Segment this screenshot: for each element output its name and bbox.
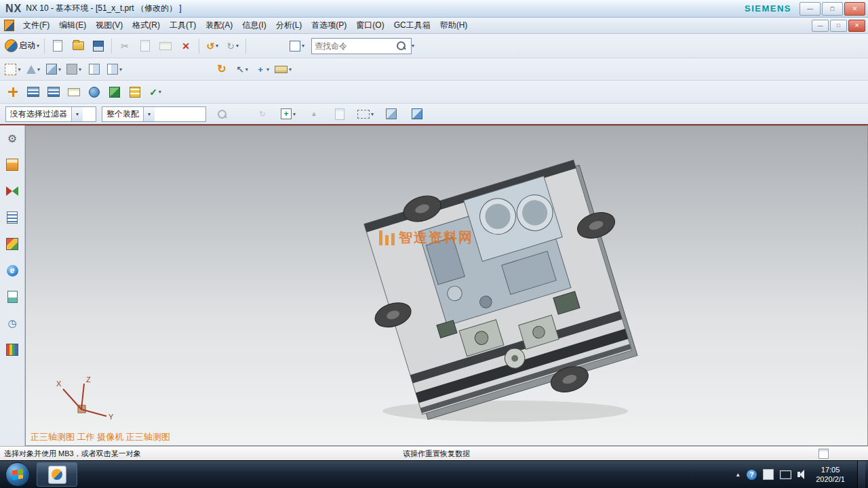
background-button[interactable]: ▾ [64,60,84,78]
tray-ime-icon[interactable] [763,469,774,480]
snap-point-button[interactable]: +▾ [252,60,273,78]
assembly-navigator-button[interactable] [5,157,20,172]
undo-button[interactable]: ↺ ▾ [202,37,222,55]
select-parent-button[interactable]: ▲ [304,105,324,123]
find-command-button[interactable] [391,37,411,55]
rectangle-select-button[interactable]: ▾ [355,105,376,123]
show-desktop-button[interactable] [857,461,865,488]
highlight-wireframe-button[interactable] [407,105,427,123]
menu-assemblies[interactable]: 装配(A) [201,18,237,33]
internet-explorer-button[interactable]: e [5,263,20,278]
redo-icon: ↻ [226,41,235,51]
constraint-navigator-button[interactable] [5,184,20,199]
selection-scope-combo[interactable]: 整个装配 ▾ [102,106,206,122]
command-finder [311,38,412,54]
snap-enable-button[interactable]: ↻ [252,105,273,123]
save-button[interactable] [88,37,108,55]
note-icon [68,88,80,96]
tray-volume-icon[interactable] [797,472,800,477]
orient-view-icon [5,64,16,75]
graphics-viewport[interactable]: 智造资料网 X Y Z 正三轴测图 工作 摄像机 正三轴测图 [25,125,868,446]
triad-x-label: X [56,380,62,388]
start-button[interactable] [5,462,30,487]
pattern-component-button[interactable] [125,83,145,101]
redo-button[interactable]: ↻ ▾ [222,37,243,55]
selection-filter-combo[interactable]: 没有选择过滤器 ▾ [5,106,96,122]
menu-help[interactable]: 帮助(H) [435,18,473,33]
move-component-button[interactable] [3,83,23,101]
layer-settings-button[interactable] [23,83,43,101]
highlight-solid-button[interactable] [381,105,401,123]
new-file-button[interactable] [47,37,68,55]
chevron-down-icon: ▾ [18,66,20,73]
mdi-restore-button[interactable]: □ [830,20,847,32]
layout-options-button[interactable]: ▾ [104,60,125,78]
split-window-button[interactable] [84,60,104,78]
triad-y-label: Y [108,413,114,421]
measure-button[interactable]: ▾ [273,60,294,78]
orient-view-button[interactable]: ▾ [3,60,23,78]
start-menu-button[interactable]: 启动 ▾ [3,37,41,55]
chevron-down-icon[interactable]: ▾ [412,43,414,49]
arrangements-icon [109,87,120,98]
engine-fixture-model[interactable] [349,144,661,432]
mdi-minimize-button[interactable]: — [812,20,829,32]
cut-button[interactable]: ✂ [115,37,135,55]
tray-network-icon[interactable] [780,470,791,479]
delete-button[interactable]: ✕ [176,37,196,55]
close-button[interactable]: ✕ [844,2,865,16]
open-button[interactable] [68,37,88,55]
paste-button[interactable] [155,37,176,55]
zoom-region-button[interactable] [212,105,232,123]
menu-preferences[interactable]: 首选项(P) [307,18,351,33]
menu-file[interactable]: 文件(F) [18,18,54,33]
watermark-logo-icon [379,230,395,245]
reuse-library-icon [6,238,18,250]
paste-icon [159,42,172,50]
mdi-close-button[interactable]: ✕ [848,20,865,32]
select-tool-button[interactable]: ↖▾ [232,60,252,78]
general-selection-button[interactable]: +▾ [278,105,298,123]
nx-journal-icon [4,20,14,31]
system-materials-button[interactable] [5,342,20,357]
minimize-icon: — [807,5,813,12]
reuse-library-button[interactable] [5,237,20,251]
show-hidden-icons-button[interactable]: ▲ [735,472,741,478]
status-prompt: 选择对象并使用 MB3，或者双击某一对象 [0,449,141,459]
find-command-input[interactable] [312,40,391,52]
maximize-button[interactable]: □ [822,2,843,16]
shaded-view-button[interactable]: ▾ [43,60,64,78]
view-style-button[interactable]: ▾ [23,60,43,78]
menu-window[interactable]: 窗口(O) [351,18,389,33]
menu-information[interactable]: 信息(I) [237,18,271,33]
history-button[interactable]: ◷ [5,316,20,331]
menu-analysis[interactable]: 分析(L) [271,18,307,33]
menu-format[interactable]: 格式(R) [127,18,165,33]
annotation-button[interactable] [64,83,84,101]
status-page-icon[interactable] [818,449,829,459]
menu-tools[interactable]: 工具(T) [165,18,201,33]
refresh-view-button[interactable]: ↻ [212,60,232,78]
minimize-button[interactable]: — [800,2,821,16]
select-group-button[interactable] [330,105,350,123]
taskbar-clock[interactable]: 17:05 2020/2/1 [810,465,851,485]
delete-icon: ✕ [182,41,190,51]
part-navigator-button[interactable] [5,210,20,225]
roles-button[interactable]: ⚙ [5,131,20,146]
view-toolbar: ▾ ▾ ▾ ▾ ▾ ↻ ↖▾ +▾ ▾ [0,58,868,81]
arrangements-button[interactable] [104,83,125,101]
window-layout-button[interactable]: ▾ [287,37,307,55]
menu-view[interactable]: 视图(V) [91,18,127,33]
assembly-constraints-button[interactable] [84,83,104,101]
menu-gc-toolbox[interactable]: GC工具箱 [389,18,435,33]
copy-button[interactable] [135,37,155,55]
taskbar-nx-app-button[interactable] [37,462,77,487]
layers-icon [27,87,39,97]
menu-edit[interactable]: 编辑(E) [54,18,91,33]
layer-visible-button[interactable] [43,83,64,101]
toolbar-separator [199,39,199,54]
tray-help-icon[interactable]: ? [747,470,757,480]
check-mate-button[interactable]: ✓ ▾ [145,83,165,101]
visualization-button[interactable] [5,289,20,304]
chevron-down-icon: ▾ [58,66,61,73]
